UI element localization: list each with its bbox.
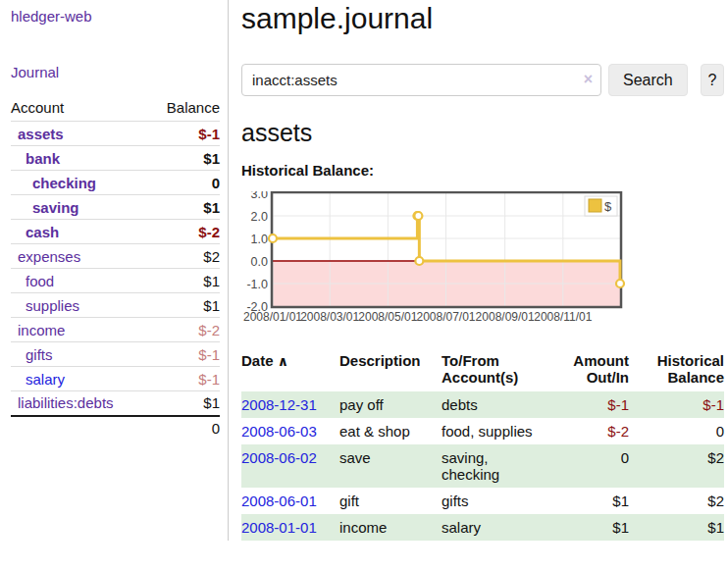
account-balance: $2 (148, 244, 220, 269)
transaction-date-link[interactable]: 2008-06-01 (241, 493, 317, 509)
transaction-accounts: saving, checking (442, 444, 551, 488)
transaction-description: save (339, 444, 442, 488)
register-row: 2008-01-01incomesalary$1$1 (241, 514, 724, 541)
account-balance: $-2 (148, 318, 220, 342)
sidebar-account-expenses[interactable]: expenses (18, 248, 80, 265)
sidebar-account-supplies[interactable]: supplies (26, 297, 79, 314)
account-balance: $1 (148, 195, 220, 220)
x-axis-tick-label: 2008/03/01 (300, 310, 359, 324)
account-balance: $1 (148, 269, 220, 293)
account-balance: 0 (148, 171, 220, 195)
account-balance: $-1 (148, 122, 220, 146)
transaction-balance: 0 (629, 418, 724, 444)
transaction-balance: $2 (629, 444, 724, 488)
accounts-header-account: Account (11, 96, 148, 122)
register-header-description: Description (339, 350, 442, 391)
data-point-marker (269, 234, 277, 242)
account-balance: $1 (148, 391, 220, 416)
account-row: saving$1 (11, 195, 220, 220)
app-window: hledger-web Journal Account Balance asse… (0, 0, 728, 541)
transaction-amount: $-2 (551, 418, 629, 444)
search-input[interactable] (241, 64, 601, 96)
transaction-description: income (339, 514, 442, 541)
transaction-date-link[interactable]: 2008-06-02 (241, 449, 317, 466)
y-axis-tick-label: 2.0 (251, 210, 268, 224)
search-bar: × Search ? (241, 64, 724, 96)
accounts-total-value: 0 (148, 416, 220, 441)
y-axis-tick-label: 3.0 (251, 191, 268, 201)
x-axis-tick-label: 2008/01/01 (243, 310, 302, 324)
y-axis-tick-label: -1.0 (246, 278, 268, 291)
accounts-total-row: 0 (11, 416, 220, 441)
data-point-marker (414, 212, 422, 220)
data-point-marker (616, 280, 624, 287)
y-axis-tick-label: 1.0 (251, 233, 268, 246)
transaction-balance: $2 (629, 488, 724, 514)
sidebar-account-cash[interactable]: cash (26, 224, 59, 240)
account-balance: $-2 (148, 220, 220, 244)
transaction-description: pay off (339, 391, 442, 418)
transaction-amount: $-1 (551, 391, 629, 418)
register-header-row: Date ∧ Description To/From Account(s) Am… (241, 350, 724, 391)
transaction-amount: $1 (551, 514, 629, 541)
sidebar-account-salary[interactable]: salary (26, 371, 65, 388)
x-axis-tick-label: 2008/11/01 (534, 310, 592, 324)
transaction-date-link[interactable]: 2008-06-03 (241, 423, 317, 440)
main-content: sample.journal × Search ? assets Histori… (229, 0, 728, 541)
sidebar-account-assets[interactable]: assets (18, 126, 64, 142)
sidebar-account-income[interactable]: income (18, 322, 65, 338)
data-point-marker (415, 257, 423, 265)
transaction-amount: 0 (551, 444, 629, 488)
transaction-accounts: salary (442, 514, 551, 541)
sidebar-account-bank[interactable]: bank (26, 150, 60, 167)
page-title: sample.journal (241, 2, 724, 35)
account-row: bank$1 (11, 146, 220, 171)
account-row: cash$-2 (11, 220, 220, 244)
account-row: food$1 (11, 269, 220, 293)
transaction-balance: $-1 (629, 391, 724, 418)
transaction-amount: $1 (551, 488, 629, 514)
sidebar-account-saving[interactable]: saving (32, 199, 79, 216)
transaction-accounts: food, supplies (442, 418, 551, 444)
account-row: income$-2 (11, 318, 220, 342)
historical-balance-chart: 3.02.01.00.0-1.0-2.02008/01/012008/03/01… (241, 191, 626, 331)
transaction-date-link[interactable]: 2008-12-31 (241, 396, 317, 413)
transaction-description: eat & shop (339, 418, 442, 444)
account-row: gifts$-1 (11, 342, 220, 367)
accounts-total-spacer (11, 416, 148, 441)
transaction-description: gift (339, 488, 442, 514)
register-row: 2008-06-03eat & shopfood, supplies$-20 (241, 418, 724, 444)
account-balance: $1 (148, 293, 220, 318)
register-header-date[interactable]: Date ∧ (241, 350, 339, 391)
register-header-accounts: To/From Account(s) (442, 350, 551, 391)
chart-section-label: Historical Balance: (241, 162, 724, 179)
account-balance: $1 (148, 146, 220, 171)
x-axis-tick-label: 2008/09/01 (476, 310, 535, 324)
sidebar-account-liabilities-debts[interactable]: liabilities:debts (18, 394, 114, 411)
search-button[interactable]: Search (608, 64, 688, 96)
transaction-date-link[interactable]: 2008-01-01 (241, 519, 317, 536)
register-header-amount: Amount Out/In (551, 350, 629, 391)
sidebar-account-checking[interactable]: checking (32, 175, 96, 191)
legend-label: $ (604, 199, 612, 214)
app-title-link[interactable]: hledger-web (11, 8, 220, 25)
help-button[interactable]: ? (701, 64, 724, 96)
sidebar-item-journal[interactable]: Journal (11, 64, 220, 80)
accounts-table: Account Balance assets$-1bank$1checking0… (11, 96, 220, 441)
account-row: checking0 (11, 171, 220, 195)
register-table: Date ∧ Description To/From Account(s) Am… (241, 350, 724, 541)
sort-ascending-icon: ∧ (278, 353, 288, 369)
account-row: salary$-1 (11, 367, 220, 391)
sidebar-account-gifts[interactable]: gifts (26, 346, 53, 363)
clear-search-icon[interactable]: × (584, 71, 593, 88)
accounts-header-balance: Balance (148, 96, 220, 122)
account-row: supplies$1 (11, 293, 220, 318)
x-axis-tick-label: 2008/07/01 (416, 310, 475, 324)
sidebar-account-food[interactable]: food (26, 273, 54, 289)
account-balance: $-1 (148, 367, 220, 391)
transaction-balance: $1 (629, 514, 724, 541)
transaction-accounts: debts (442, 391, 551, 418)
account-row: assets$-1 (11, 122, 220, 146)
transaction-accounts: gifts (442, 488, 551, 514)
register-row: 2008-06-01giftgifts$1$2 (241, 488, 724, 514)
